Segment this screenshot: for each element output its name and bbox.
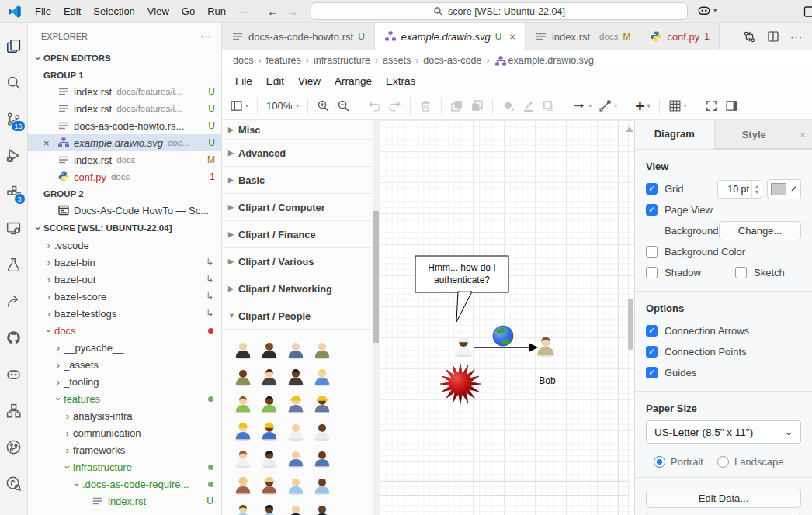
person-clipart-6[interactable] bbox=[256, 363, 283, 390]
activity-source-control-icon[interactable]: 16 bbox=[0, 101, 28, 137]
to-front-button[interactable] bbox=[450, 99, 463, 112]
undo-button[interactable] bbox=[368, 99, 381, 112]
tree-item-bazel-score[interactable]: ›bazel-score↳ bbox=[28, 288, 221, 305]
tab-example.drawio.svg[interactable]: example.drawio.svgU× bbox=[375, 23, 526, 50]
activity-remote-explorer-icon[interactable] bbox=[0, 210, 28, 247]
line-color-button[interactable] bbox=[522, 99, 535, 112]
close-panel-icon[interactable]: × bbox=[793, 120, 812, 149]
layout-panel-icon[interactable] bbox=[803, 5, 812, 18]
command-center-search[interactable]: score [WSL: Ubuntu-22.04] bbox=[311, 2, 688, 20]
shadow-button[interactable] bbox=[542, 99, 555, 112]
person-clipart-18[interactable] bbox=[256, 444, 283, 472]
person-clipart-3[interactable] bbox=[283, 336, 309, 363]
drawio-menu-extras[interactable]: Extras bbox=[379, 72, 422, 90]
person-clipart-21[interactable] bbox=[230, 472, 256, 499]
person-clipart-25[interactable] bbox=[230, 499, 256, 515]
menu-edit[interactable]: Edit bbox=[57, 3, 87, 19]
shape-section-misc[interactable]: ▶Misc bbox=[222, 120, 373, 140]
open-editor-conf.py[interactable]: conf.pydocs1 bbox=[28, 168, 221, 185]
activity-gitlens-inspect-icon[interactable] bbox=[0, 465, 28, 502]
person-clipart-1[interactable] bbox=[230, 336, 256, 363]
breadcrumb-item[interactable]: infrastructure bbox=[314, 55, 370, 66]
guides-checkbox[interactable] bbox=[646, 367, 658, 378]
format-panel-button[interactable] bbox=[725, 99, 738, 112]
editor-more-actions[interactable]: ··· bbox=[790, 31, 803, 43]
to-back-button[interactable] bbox=[470, 99, 484, 112]
breadcrumb-item[interactable]: features bbox=[266, 55, 301, 66]
close-icon[interactable]: × bbox=[43, 137, 56, 149]
copilot-menu[interactable]: ▾ bbox=[697, 3, 717, 17]
person-clipart-2[interactable] bbox=[256, 336, 283, 363]
open-editor-index.rst[interactable]: index.rstdocs/features/i...U bbox=[28, 100, 221, 117]
shape-section-clipart-networking[interactable]: ▶Clipart / Networking bbox=[222, 275, 373, 302]
paper-size-select[interactable]: US-Letter (8,5" x 11") ⌄ bbox=[646, 420, 801, 444]
activity-copilot-icon[interactable] bbox=[0, 356, 28, 392]
shapes-scrollbar[interactable] bbox=[373, 120, 380, 515]
person-clipart-11[interactable] bbox=[283, 390, 309, 417]
tree-item-.vscode[interactable]: ›.vscode bbox=[28, 237, 221, 254]
tab-index.rst[interactable]: index.rstdocsM bbox=[526, 23, 640, 50]
tree-item-features[interactable]: ›features bbox=[28, 390, 221, 407]
connection-points-checkbox[interactable] bbox=[646, 346, 658, 358]
tree-item-docs[interactable]: ›docs bbox=[28, 322, 221, 339]
person-clipart-24[interactable] bbox=[309, 472, 335, 499]
sketch-checkbox[interactable] bbox=[735, 267, 747, 278]
drawio-menu-arrange[interactable]: Arrange bbox=[328, 72, 379, 90]
shape-section-clipart-computer[interactable]: ▶Clipart / Computer bbox=[222, 194, 373, 221]
open-changes-icon[interactable] bbox=[743, 30, 756, 43]
person-clipart-10[interactable] bbox=[256, 390, 283, 417]
background-color-checkbox[interactable] bbox=[646, 246, 658, 258]
person-clipart-27[interactable] bbox=[283, 499, 309, 515]
person-clipart-4[interactable] bbox=[309, 336, 335, 363]
split-editor-icon[interactable] bbox=[767, 30, 779, 43]
diagram-canvas[interactable]: Hmm... how do I authenticate? Bob bbox=[380, 120, 634, 515]
tree-item-frameworks[interactable]: ›frameworks bbox=[28, 441, 221, 458]
person-clipart-16[interactable] bbox=[309, 417, 335, 444]
person-clipart-15[interactable] bbox=[283, 417, 309, 444]
person-clipart-20[interactable] bbox=[309, 444, 335, 472]
tab-style[interactable]: Style bbox=[714, 120, 794, 149]
open-editors-header[interactable]: › OPEN EDITORS bbox=[28, 50, 221, 67]
landscape-radio[interactable]: Landscape bbox=[717, 456, 784, 468]
person-clipart-13[interactable] bbox=[230, 417, 256, 444]
open-editor-index.rst[interactable]: index.rstdocsM bbox=[28, 151, 221, 168]
open-editor-example.drawio.svg[interactable]: ×example.drawio.svgdoc...U bbox=[28, 134, 221, 151]
grid-size-stepper[interactable]: ▲▼ bbox=[751, 181, 762, 198]
fullscreen-button[interactable] bbox=[705, 99, 718, 112]
person-clipart-7[interactable] bbox=[283, 363, 309, 390]
tree-item-analysis-infra[interactable]: ›analysis-infra bbox=[28, 407, 221, 424]
open-editor-index.rst[interactable]: index.rstdocs/features/i...U bbox=[28, 83, 221, 100]
person-clipart-23[interactable] bbox=[283, 472, 309, 499]
breadcrumb-item[interactable]: docs bbox=[233, 55, 253, 66]
tab-docs-as-code-howto.rst[interactable]: docs-as-code-howto.rstU bbox=[222, 23, 375, 50]
delete-button[interactable] bbox=[419, 99, 432, 112]
person-clipart-22[interactable] bbox=[256, 472, 283, 499]
drawio-menu-view[interactable]: View bbox=[291, 72, 328, 90]
nav-forward-icon[interactable]: → bbox=[286, 5, 298, 18]
bob-label[interactable]: Bob bbox=[530, 375, 564, 386]
workspace-header[interactable]: › SCORE [WSL: UBUNTU-22.04] bbox=[28, 219, 221, 237]
drawio-menu-edit[interactable]: Edit bbox=[259, 72, 291, 90]
background-change-button[interactable]: Change... bbox=[719, 221, 801, 240]
person-clipart-14[interactable] bbox=[256, 417, 283, 444]
menu-file[interactable]: File bbox=[29, 3, 57, 19]
tab-conf.py[interactable]: conf.py1 bbox=[640, 23, 720, 50]
shape-section-advanced[interactable]: ▶Advanced bbox=[222, 140, 373, 167]
connection-arrows-checkbox[interactable] bbox=[646, 325, 658, 337]
tree-item-bazel-out[interactable]: ›bazel-out↳ bbox=[28, 271, 221, 288]
open-editor-Docs-As-Code HowTo — Sc...[interactable]: Docs-As-Code HowTo — Sc... bbox=[28, 202, 221, 219]
waypoint-style-dropdown[interactable]: ▾ bbox=[599, 99, 617, 112]
person-clipart-19[interactable] bbox=[283, 444, 309, 472]
shape-section-clipart-people[interactable]: ▼Clipart / People bbox=[222, 302, 373, 330]
nav-back-icon[interactable]: ← bbox=[267, 5, 279, 18]
edit-data-button[interactable]: Edit Data... bbox=[646, 489, 801, 508]
redo-button[interactable] bbox=[388, 99, 401, 112]
person-clipart-12[interactable] bbox=[309, 390, 335, 417]
open-editor-docs-as-code-howto.rs...[interactable]: docs-as-code-howto.rs...U bbox=[28, 117, 221, 134]
tab-diagram[interactable]: Diagram bbox=[635, 120, 714, 149]
tree-item-bazel-bin[interactable]: ›bazel-bin↳ bbox=[28, 254, 221, 271]
tree-item-index.rst[interactable]: index.rstU bbox=[28, 493, 221, 510]
activity-github-icon[interactable] bbox=[0, 320, 28, 356]
grid-color-button[interactable] bbox=[767, 179, 801, 199]
tree-item-infrastructure[interactable]: ›infrastructure bbox=[28, 458, 221, 475]
